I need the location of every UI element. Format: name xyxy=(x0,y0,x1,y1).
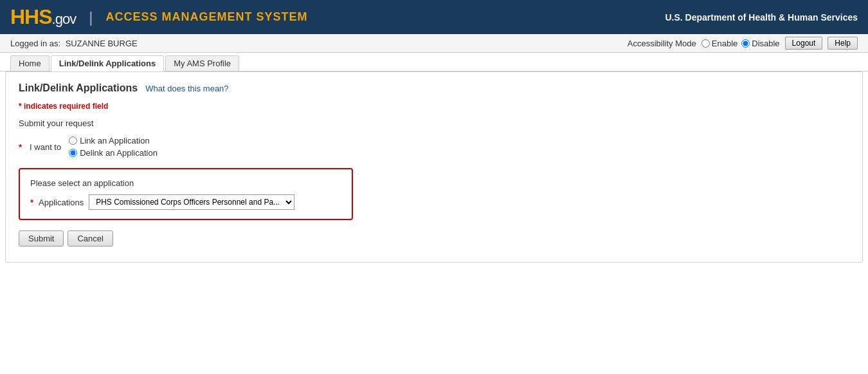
app-select-box: Please select an application * Applicati… xyxy=(19,168,353,220)
page-heading: Link/Delink Applications What does this … xyxy=(19,82,849,94)
tab-link-delink[interactable]: Link/Delink Applications xyxy=(51,55,164,71)
action-buttons: Submit Cancel xyxy=(19,230,849,247)
cancel-button[interactable]: Cancel xyxy=(68,230,113,247)
enable-label: Enable xyxy=(712,39,737,48)
i-want-to-label: I want to xyxy=(30,142,61,152)
link-radio[interactable] xyxy=(69,136,77,145)
logout-button[interactable]: Logout xyxy=(785,37,823,50)
hhs-logo: HHS.gov xyxy=(10,5,76,29)
app-select-row: * Applications PHS Comissioned Corps Off… xyxy=(30,194,341,210)
logged-in-text: Logged in as: SUZANNE BURGE xyxy=(10,39,138,48)
gov-text: .gov xyxy=(52,11,77,27)
applications-dropdown[interactable]: PHS Comissioned Corps Officers Personnel… xyxy=(89,194,294,210)
submit-button[interactable]: Submit xyxy=(19,230,64,247)
tab-nav: Home Link/Delink Applications My AMS Pro… xyxy=(0,53,868,71)
header-left: HHS.gov | ACCESS MANAGEMENT SYSTEM xyxy=(10,5,307,29)
required-note: * indicates required field xyxy=(19,102,849,111)
main-content: Link/Delink Applications What does this … xyxy=(6,72,862,257)
i-want-to-row: * I want to Link an Application Delink a… xyxy=(19,136,849,158)
disable-radio-label[interactable]: Disable xyxy=(741,39,779,48)
dept-name: U.S. Department of Health & Human Servic… xyxy=(665,12,858,23)
hhs-text: HHS xyxy=(10,5,52,28)
accessibility-radio-group: Enable Disable xyxy=(701,39,780,48)
logged-in-label: Logged in as: xyxy=(10,39,60,48)
disable-radio[interactable] xyxy=(741,39,750,48)
header-divider: | xyxy=(89,8,93,26)
delink-option-label[interactable]: Delink an Application xyxy=(69,148,158,158)
submit-your-request: Submit your request xyxy=(19,118,849,128)
accessibility-bar: Accessibility Mode Enable Disable Logout… xyxy=(628,37,858,50)
accessibility-label: Accessibility Mode xyxy=(628,39,696,48)
system-title: ACCESS MANAGEMENT SYSTEM xyxy=(105,10,307,24)
delink-option-text: Delink an Application xyxy=(80,148,158,158)
tab-home[interactable]: Home xyxy=(10,55,50,71)
enable-radio[interactable] xyxy=(701,39,710,48)
tab-my-ams-profile[interactable]: My AMS Profile xyxy=(165,55,239,71)
i-want-to-options: Link an Application Delink an Applicatio… xyxy=(69,136,158,158)
applications-required-star: * xyxy=(30,198,33,207)
disable-label: Disable xyxy=(752,39,779,48)
i-want-to-required-star: * xyxy=(19,142,22,152)
page-title: Link/Delink Applications xyxy=(19,82,138,94)
subheader: Logged in as: SUZANNE BURGE Accessibilit… xyxy=(0,34,868,53)
applications-label: Applications xyxy=(39,198,84,207)
enable-radio-label[interactable]: Enable xyxy=(701,39,737,48)
delink-radio[interactable] xyxy=(69,149,77,157)
link-option-label[interactable]: Link an Application xyxy=(69,136,158,145)
header: HHS.gov | ACCESS MANAGEMENT SYSTEM U.S. … xyxy=(0,0,868,34)
what-does-this-mean-link[interactable]: What does this mean? xyxy=(145,84,228,93)
link-option-text: Link an Application xyxy=(80,136,149,145)
username: SUZANNE BURGE xyxy=(66,39,138,48)
outer-border: Link/Delink Applications What does this … xyxy=(5,71,863,263)
app-select-title: Please select an application xyxy=(30,178,341,188)
help-button[interactable]: Help xyxy=(827,37,858,50)
